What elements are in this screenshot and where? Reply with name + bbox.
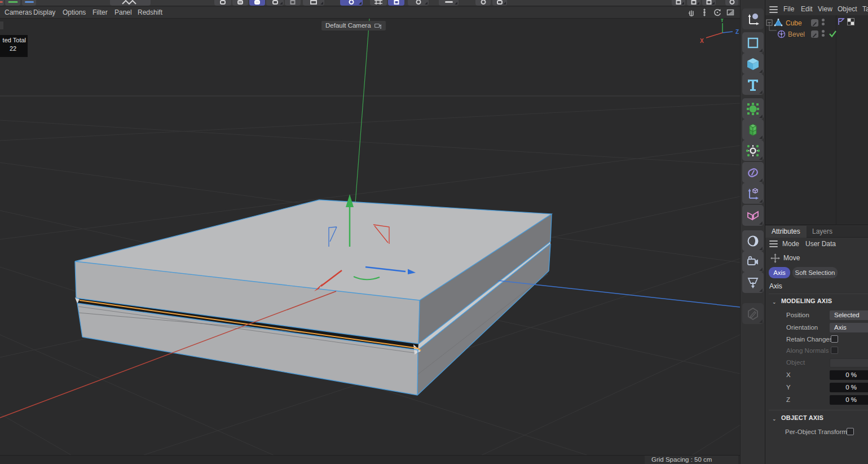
tooltip-line2: 22 xyxy=(0,45,26,52)
volume-tool[interactable] xyxy=(742,119,764,140)
render-active-icon[interactable] xyxy=(249,0,265,6)
layout-1-icon[interactable] xyxy=(672,0,685,6)
3d-viewport[interactable]: Y X Z Default Camera ted Total 22 xyxy=(0,19,740,455)
symmetry-tool[interactable] xyxy=(742,205,764,226)
retain-changes-label: Retain Changes xyxy=(786,336,832,343)
object-axis-header[interactable]: OBJECT AXIS xyxy=(781,414,823,421)
modeling-axis-header[interactable]: MODELING AXIS xyxy=(781,297,832,304)
om-menu-object[interactable]: Object xyxy=(838,5,857,13)
coord-system-icon[interactable] xyxy=(110,0,151,6)
menu-redshift[interactable]: Redshift xyxy=(138,8,162,16)
tree-connector xyxy=(769,23,778,34)
position-label: Position xyxy=(786,312,809,318)
dolly-zoom-icon[interactable] xyxy=(699,7,710,17)
chevron-down-icon[interactable]: ⌄ xyxy=(772,299,777,305)
om-hamburger-icon[interactable] xyxy=(769,9,778,10)
z-value-field[interactable]: 0 % xyxy=(830,395,868,405)
edit-toggle-icon[interactable] xyxy=(811,30,818,38)
object-label: Object xyxy=(786,359,805,366)
visibility-editor-dot[interactable] xyxy=(822,30,825,33)
render-view-icon[interactable] xyxy=(214,0,231,6)
frame-view-icon[interactable] xyxy=(725,7,735,17)
attr-hamburger-icon[interactable] xyxy=(769,243,778,244)
edit-toggle-icon[interactable] xyxy=(811,19,818,27)
soft-selection-option-tab[interactable]: Soft Selection xyxy=(792,267,838,278)
rotate-view-icon[interactable] xyxy=(712,7,722,17)
mode-menu[interactable]: Mode xyxy=(782,240,799,248)
y-label: Y xyxy=(786,384,791,391)
cube-object[interactable] xyxy=(75,200,552,395)
y-axis-lock-icon[interactable] xyxy=(5,0,20,6)
z-axis-lock-icon[interactable] xyxy=(22,0,36,6)
attribute-manager: Attributes Layers Mode User Data Move Ax… xyxy=(765,225,868,464)
deformer-tool[interactable] xyxy=(742,162,764,183)
render-queue-icon[interactable] xyxy=(285,0,301,6)
pan-hand-icon[interactable] xyxy=(686,7,697,17)
workplane-tool[interactable] xyxy=(742,183,764,204)
divider xyxy=(769,294,868,294)
magnet-snap-icon[interactable] xyxy=(303,0,324,6)
toolbar-tile-cut-icon[interactable] xyxy=(0,0,4,6)
per-object-transform-checkbox[interactable] xyxy=(847,428,854,435)
menu-cameras[interactable]: Cameras xyxy=(5,8,32,16)
menu-options[interactable]: Options xyxy=(63,8,86,16)
orientation-dropdown[interactable]: Axis xyxy=(830,323,868,332)
locked-workplane-icon[interactable] xyxy=(439,0,459,6)
bevel-deformer-icon xyxy=(777,30,786,38)
camera-tool[interactable] xyxy=(742,251,764,272)
hex-tool-icon[interactable] xyxy=(492,0,507,6)
section-title-axis: Axis xyxy=(769,282,782,290)
om-menu-file[interactable]: File xyxy=(783,5,794,13)
grid-snap-icon[interactable] xyxy=(370,0,387,6)
om-menu-tags-cut[interactable]: Ta xyxy=(862,5,868,13)
floor-tool[interactable] xyxy=(742,272,764,293)
move-axis-tool[interactable] xyxy=(742,8,764,29)
axis-gizmo-hud: Y X Z xyxy=(700,19,739,44)
chevron-down-icon[interactable]: ⌄ xyxy=(772,416,777,422)
visibility-render-dot[interactable] xyxy=(822,23,825,25)
attribute-tabs: Attributes Layers xyxy=(765,226,868,238)
enabled-check-icon[interactable] xyxy=(829,30,837,38)
spline-rectangle-tool[interactable] xyxy=(742,32,764,53)
camera-label[interactable]: Default Camera xyxy=(321,21,386,30)
top-toolbar xyxy=(0,0,740,6)
x-value-field[interactable]: 0 % xyxy=(830,370,868,380)
generator-tool[interactable] xyxy=(742,98,764,119)
om-menu-view[interactable]: View xyxy=(818,5,832,13)
object-name-bevel[interactable]: Bevel xyxy=(788,30,805,38)
edit-disabled-tool xyxy=(742,303,764,324)
workplane-mode-icon[interactable] xyxy=(408,0,429,6)
simulation-tool[interactable] xyxy=(742,140,764,161)
layout-2-icon[interactable] xyxy=(687,0,700,6)
position-dropdown[interactable]: Selected xyxy=(830,310,868,320)
visibility-editor-dot[interactable] xyxy=(822,19,825,21)
visibility-render-dot[interactable] xyxy=(822,34,825,37)
menu-panel[interactable]: Panel xyxy=(114,8,132,16)
axis-option-tab[interactable]: Axis xyxy=(769,267,790,278)
menu-display[interactable]: Display xyxy=(33,8,55,16)
text-tool[interactable] xyxy=(742,74,764,95)
ring-tool-icon[interactable] xyxy=(475,0,491,6)
quantize-icon[interactable] xyxy=(388,0,404,6)
object-name-cube[interactable]: Cube xyxy=(786,19,802,27)
per-object-transform-label: Per-Object Transform xyxy=(785,428,847,435)
layout-3-icon[interactable] xyxy=(702,0,716,6)
tab-attributes[interactable]: Attributes xyxy=(765,226,807,238)
y-value-field[interactable]: 0 % xyxy=(830,383,868,392)
render-settings-icon[interactable] xyxy=(266,0,284,6)
om-column-divider xyxy=(836,15,836,225)
om-menu-edit[interactable]: Edit xyxy=(801,5,813,13)
uvw-tag-icon[interactable] xyxy=(847,18,854,25)
phong-tag-icon[interactable] xyxy=(837,17,845,26)
render-region-icon[interactable] xyxy=(232,0,248,6)
viewport-corner-notch xyxy=(0,21,3,29)
round-tool-icon[interactable] xyxy=(725,0,738,6)
tab-layers[interactable]: Layers xyxy=(806,226,839,238)
enable-snap-icon[interactable] xyxy=(340,0,363,6)
primitive-cube-tool[interactable] xyxy=(742,53,764,74)
retain-changes-checkbox[interactable] xyxy=(831,335,838,343)
menu-filter[interactable]: Filter xyxy=(92,8,108,16)
camera-icon[interactable] xyxy=(374,23,382,29)
environment-tool[interactable] xyxy=(742,230,764,251)
user-data-menu[interactable]: User Data xyxy=(805,240,836,248)
